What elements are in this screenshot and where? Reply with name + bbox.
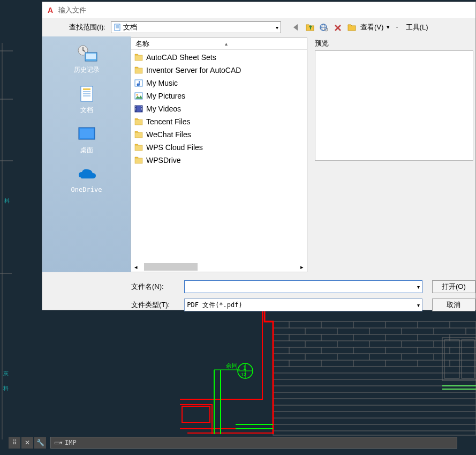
- file-name: My Videos: [146, 105, 181, 113]
- file-list-item[interactable]: WPSDrive: [134, 154, 304, 167]
- file-list-item[interactable]: Inventor Server for AutoCAD: [134, 64, 304, 77]
- open-button[interactable]: 打开(O): [432, 280, 475, 293]
- folder-icon: [134, 156, 143, 164]
- music-icon: [134, 79, 143, 87]
- file-name: My Music: [146, 79, 178, 87]
- file-name: WPS Cloud Files: [146, 143, 203, 152]
- filetype-value: PDF 文件(*.pdf): [187, 301, 242, 310]
- autocad-app-icon: A: [46, 5, 55, 15]
- place-label: 历史记录: [74, 66, 100, 73]
- documents-icon: [75, 84, 98, 103]
- file-list-item[interactable]: Tencent Files: [134, 115, 304, 128]
- svg-point-115: [141, 108, 142, 108]
- file-list-panel: 名称 ▴ AutoCAD Sheet SetsInventor Server f…: [131, 38, 307, 272]
- command-input[interactable]: ▭ ▾ IMP: [50, 437, 457, 449]
- file-list-header[interactable]: 名称 ▴: [131, 38, 307, 50]
- svg-rect-96: [83, 88, 90, 90]
- place-label: 文档: [80, 106, 93, 114]
- svg-rect-94: [86, 54, 96, 59]
- tools-menu-button[interactable]: 工具(L): [406, 23, 428, 32]
- svg-point-105: [138, 84, 139, 85]
- scroll-left-icon[interactable]: ◂: [134, 264, 138, 271]
- dialog-toolbar: 查找范围(I): 文档 ▾ 查看(V) ▼ · 工具(L): [42, 18, 475, 36]
- svg-point-107: [137, 94, 138, 96]
- places-documents[interactable]: 文档: [42, 81, 131, 119]
- cmd-close-icon[interactable]: ✕: [21, 437, 33, 449]
- horizontal-scrollbar[interactable]: ◂ ▸: [131, 262, 307, 272]
- places-onedrive[interactable]: OneDrive: [42, 161, 131, 198]
- dialog-title: 输入文件: [58, 5, 86, 15]
- file-list-item[interactable]: My Music: [134, 77, 304, 89]
- file-list-item[interactable]: AutoCAD Sheet Sets: [134, 51, 304, 64]
- file-list-item[interactable]: My Videos: [134, 102, 304, 115]
- svg-rect-119: [135, 145, 142, 151]
- svg-text:灰: 灰: [3, 370, 9, 376]
- places-bar: 历史记录 文档 桌面 OneDrive: [42, 36, 131, 272]
- document-icon: [114, 24, 121, 31]
- cad-annotation: 余同: [226, 362, 238, 369]
- svg-rect-71: [182, 406, 210, 422]
- lookin-dropdown[interactable]: 文档 ▾: [111, 21, 281, 33]
- file-list-item[interactable]: My Pictures: [134, 89, 304, 102]
- svg-point-114: [141, 106, 142, 107]
- cmd-grip-icon[interactable]: ⠿: [9, 437, 20, 449]
- pictures-icon: [134, 92, 143, 100]
- file-list[interactable]: AutoCAD Sheet SetsInventor Server for Au…: [131, 50, 307, 262]
- file-name: WeChat Files: [146, 130, 191, 139]
- svg-rect-67: [444, 340, 459, 378]
- file-name: WPSDrive: [146, 156, 181, 165]
- cancel-button[interactable]: 取消: [432, 299, 475, 311]
- folder-icon: [134, 144, 143, 151]
- filetype-combobox[interactable]: PDF 文件(*.pdf) ▾: [184, 299, 422, 311]
- desktop-icon: [75, 124, 98, 144]
- svg-text:料: 料: [3, 385, 9, 391]
- svg-text:料: 料: [4, 198, 10, 204]
- command-line-bar: ⠿ ✕ 🔧 ▭ ▾ IMP: [9, 436, 457, 450]
- delete-icon[interactable]: [333, 22, 343, 33]
- folder-icon: [134, 118, 143, 125]
- svg-rect-82: [115, 24, 120, 31]
- folder-icon: [134, 66, 143, 74]
- svg-rect-68: [462, 340, 474, 378]
- places-history[interactable]: 历史记录: [42, 41, 131, 79]
- folder-open-icon[interactable]: [346, 22, 357, 33]
- file-name: My Pictures: [146, 92, 185, 100]
- preview-label: 预览: [315, 39, 475, 48]
- folder-icon: [134, 131, 143, 138]
- file-list-item[interactable]: WeChat Files: [134, 128, 304, 141]
- chevron-down-icon: ▾: [60, 440, 63, 445]
- svg-rect-102: [135, 55, 142, 61]
- svg-point-112: [135, 108, 136, 108]
- onedrive-icon: [75, 165, 98, 184]
- cmd-customize-icon[interactable]: 🔧: [34, 437, 46, 449]
- column-name-header[interactable]: 名称: [135, 39, 149, 49]
- dialog-titlebar[interactable]: A 输入文件: [42, 2, 475, 18]
- file-name: Inventor Server for AutoCAD: [146, 66, 241, 74]
- chevron-down-icon: ▾: [417, 284, 420, 290]
- scroll-thumb[interactable]: [144, 263, 198, 271]
- file-list-item[interactable]: WPS Cloud Files: [134, 141, 304, 154]
- place-label: OneDrive: [71, 186, 102, 193]
- svg-rect-101: [80, 129, 94, 138]
- view-menu-button[interactable]: 查看(V) ▼: [360, 23, 390, 32]
- command-text: IMP: [65, 439, 77, 446]
- filetype-label: 文件类型(T):: [131, 300, 180, 310]
- svg-point-111: [135, 106, 136, 107]
- preview-box: [315, 50, 473, 161]
- bubble-bottom-text: 12: [241, 372, 246, 377]
- places-desktop[interactable]: 桌面: [42, 121, 131, 159]
- up-folder-icon[interactable]: [305, 22, 315, 33]
- videos-icon: [134, 105, 143, 113]
- scroll-right-icon[interactable]: ▸: [300, 264, 304, 271]
- folder-icon: [134, 54, 143, 61]
- back-icon[interactable]: [291, 22, 301, 33]
- svg-rect-118: [135, 132, 142, 138]
- filename-label: 文件名(N):: [131, 282, 180, 292]
- file-name: AutoCAD Sheet Sets: [146, 53, 216, 62]
- search-web-icon[interactable]: [319, 22, 329, 33]
- svg-point-116: [141, 109, 142, 110]
- history-icon: [75, 44, 98, 63]
- filename-combobox[interactable]: ▾: [184, 280, 422, 293]
- chevron-down-icon: ▾: [417, 302, 420, 308]
- lookin-value: 文档: [123, 23, 137, 32]
